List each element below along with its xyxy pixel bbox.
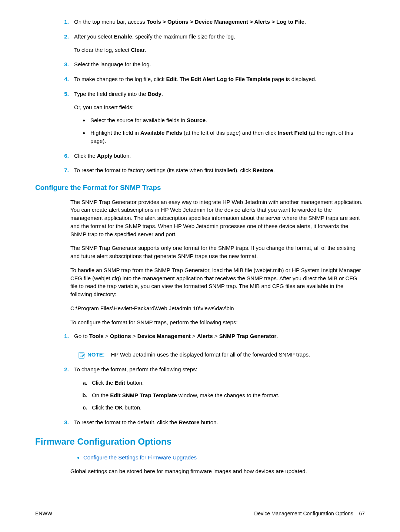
step-7: To reset the format to factory settings …: [70, 166, 365, 174]
step-2: After you select Enable, specify the max…: [70, 33, 365, 54]
step-1: On the top menu bar, access Tools > Opti…: [70, 18, 365, 26]
firmware-link-item: Configure the Settings for Firmware Upgr…: [83, 454, 365, 462]
footer-left: ENWW: [35, 510, 52, 517]
snmp-step-2a: Click the Edit button.: [89, 379, 365, 387]
note-box: NOTE: HP Web Jetadmin uses the displayed…: [76, 347, 365, 363]
heading-firmware: Firmware Configuration Options: [35, 435, 365, 448]
snmp-step-2b: On the Edit SNMP Trap Template window, m…: [89, 391, 365, 399]
snmp-step-2: To change the format, perform the follow…: [70, 365, 365, 412]
firmware-upgrades-link[interactable]: Configure the Settings for Firmware Upgr…: [83, 454, 197, 461]
firmware-link-list: Configure the Settings for Firmware Upgr…: [35, 454, 365, 462]
snmp-steps-list-2: To change the format, perform the follow…: [35, 365, 365, 426]
step-4: To make changes to the log file, click E…: [70, 75, 365, 83]
note-text: HP Web Jetadmin uses the displayed forma…: [111, 351, 310, 358]
bullet-insert-field: Highlight the field in Available Fields …: [89, 129, 365, 145]
top-steps-list: On the top menu bar, access Tools > Opti…: [35, 18, 365, 174]
snmp-step-3: To reset the format to the default, clic…: [70, 418, 365, 426]
snmp-step-1: Go to Tools > Options > Device Managemen…: [70, 332, 365, 340]
note-icon: [78, 351, 87, 359]
step-5: Type the field directly into the Body. O…: [70, 90, 365, 145]
snmp-paragraph-1: The SNMP Trap Generator provides an easy…: [70, 198, 365, 238]
snmp-steps-list: Go to Tools > Options > Device Managemen…: [35, 332, 365, 340]
step-5-sub: Or, you can insert fields:: [74, 103, 365, 111]
firmware-paragraph: Global settings can be stored here for m…: [70, 467, 365, 475]
page-footer: ENWW Device Management Configuration Opt…: [35, 510, 365, 517]
snmp-paragraph-3: To handle an SNMP trap from the SNMP Tra…: [70, 266, 365, 298]
note-label: NOTE:: [87, 351, 105, 358]
snmp-paragraph-4: To configure the format for SNMP traps, …: [70, 318, 365, 327]
step-5-bullets: Select the source for available fields i…: [74, 116, 365, 145]
step-6: Click the Apply button.: [70, 152, 365, 160]
snmp-step-2c: Click the OK button.: [89, 404, 365, 412]
step-2-sub: To clear the log, select Clear.: [74, 46, 365, 54]
step-3: Select the language for the log.: [70, 60, 365, 68]
snmp-path: C:\Program Files\Hewlett-Packard\Web Jet…: [70, 304, 365, 312]
footer-right: Device Management Configuration Options …: [254, 510, 365, 517]
snmp-paragraph-2: The SNMP Trap Generator supports only on…: [70, 244, 365, 260]
heading-snmp: Configure the Format for SNMP Traps: [35, 183, 365, 193]
bullet-source: Select the source for available fields i…: [89, 116, 365, 124]
snmp-substeps: Click the Edit button. On the Edit SNMP …: [74, 379, 365, 412]
